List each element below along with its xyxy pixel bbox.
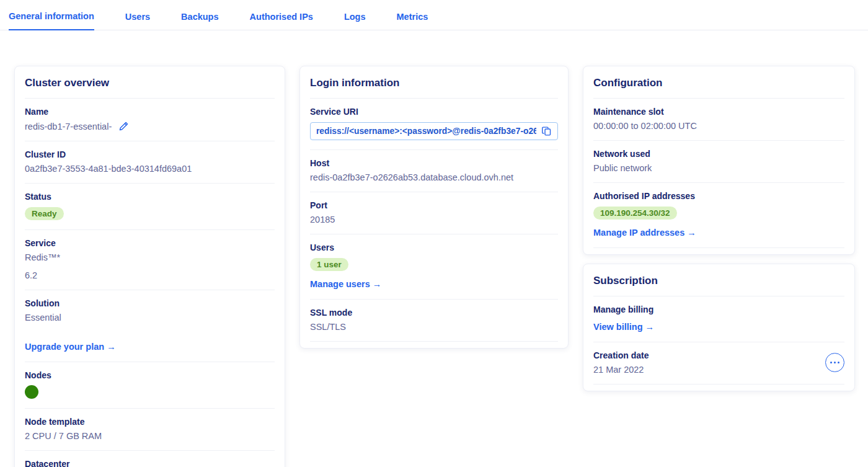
service-uri-box: rediss://<username>:<password>@redis-0a2… (310, 122, 558, 140)
service-uri-value: rediss://<username>:<password>@redis-0a2… (316, 127, 536, 136)
field-datacenter: Datacenter Gravelines (25, 451, 275, 467)
field-authorised-ips: Authorised IP addresses 109.190.254.30/3… (593, 183, 844, 248)
field-creation-date: Creation date 21 Mar 2022 (593, 342, 844, 385)
solution-value: Essential (25, 313, 275, 322)
name-label: Name (25, 107, 275, 117)
solution-label: Solution (25, 298, 275, 308)
service-uri-label: Service URI (310, 107, 558, 117)
cluster-id-value: 0a2fb3e7-3553-4a81-bde3-40314fd69a01 (25, 164, 275, 174)
users-label: Users (310, 242, 558, 252)
manage-billing-label: Manage billing (593, 305, 844, 314)
right-column: Configuration Maintenance slot 00:00:00 … (583, 66, 855, 391)
manage-ip-addresses-link[interactable]: Manage IP addresses → (593, 228, 696, 238)
field-cluster-id: Cluster ID 0a2fb3e7-3553-4a81-bde3-40314… (25, 141, 275, 184)
view-billing-link[interactable]: View billing → (593, 322, 654, 332)
node-template-value: 2 CPU / 7 GB RAM (25, 431, 275, 441)
login-information-title: Login information (310, 66, 558, 99)
service-version-value: 6.2 (25, 270, 275, 280)
tab-authorised-ips[interactable]: Authorised IPs (250, 12, 313, 30)
main-content: Cluster overview Name redis-db1-7-essent… (0, 30, 868, 467)
cluster-overview-title: Cluster overview (25, 66, 275, 99)
field-solution: Solution Essential Upgrade your plan → (25, 290, 275, 362)
login-information-card: Login information Service URI rediss://<… (299, 66, 569, 349)
tab-general-information[interactable]: General information (9, 11, 94, 30)
field-maintenance-slot: Maintenance slot 00:00:00 to 02:00:00 UT… (593, 99, 844, 141)
host-label: Host (310, 158, 558, 168)
field-name: Name redis-db1-7-essential- (25, 99, 275, 141)
tab-metrics[interactable]: Metrics (397, 12, 428, 30)
pencil-icon[interactable] (118, 121, 129, 131)
manage-users-link[interactable]: Manage users → (310, 279, 381, 289)
field-manage-billing: Manage billing View billing → (593, 296, 844, 342)
subscription-title: Subscription (593, 264, 844, 296)
field-nodes: Nodes (25, 362, 275, 409)
status-label: Status (25, 192, 275, 202)
field-users: Users 1 user Manage users → (310, 234, 558, 300)
copy-icon[interactable] (541, 126, 552, 136)
subscription-card: Subscription Manage billing View billing… (583, 264, 855, 391)
authorised-ips-label: Authorised IP addresses (593, 191, 844, 201)
field-service: Service Redis™* 6.2 (25, 230, 275, 290)
configuration-card: Configuration Maintenance slot 00:00:00 … (583, 66, 855, 255)
tab-users[interactable]: Users (125, 12, 150, 30)
field-ssl-mode: SSL mode SSL/TLS (310, 300, 558, 342)
maintenance-slot-value: 00:00:00 to 02:00:00 UTC (593, 121, 844, 131)
cluster-overview-card: Cluster overview Name redis-db1-7-essent… (14, 66, 285, 467)
service-engine-value: Redis™* (25, 252, 275, 262)
datacenter-label: Datacenter (25, 459, 275, 467)
network-used-value: Public network (593, 163, 844, 173)
upgrade-plan-link[interactable]: Upgrade your plan → (25, 342, 116, 352)
network-used-label: Network used (593, 149, 844, 159)
creation-date-label: Creation date (593, 350, 649, 360)
field-host: Host redis-0a2fb3e7-o2626ab53.database.c… (310, 150, 558, 192)
users-count-badge: 1 user (310, 258, 348, 271)
field-service-uri: Service URI rediss://<username>:<passwor… (310, 99, 558, 150)
status-badge: Ready (25, 207, 64, 220)
maintenance-slot-label: Maintenance slot (593, 107, 844, 117)
nodes-label: Nodes (25, 370, 275, 380)
field-network-used: Network used Public network (593, 141, 844, 183)
service-label: Service (25, 238, 275, 248)
authorised-ip-badge: 109.190.254.30/32 (593, 207, 677, 220)
configuration-title: Configuration (593, 66, 844, 99)
ssl-mode-value: SSL/TLS (310, 322, 558, 332)
field-node-template: Node template 2 CPU / 7 GB RAM (25, 409, 275, 451)
port-value: 20185 (310, 215, 558, 225)
name-value: redis-db1-7-essential- (25, 122, 112, 131)
creation-date-value: 21 Mar 2022 (593, 365, 649, 375)
ssl-mode-label: SSL mode (310, 308, 558, 318)
node-status-green-dot-icon (25, 385, 38, 399)
tab-bar: General information Users Backups Author… (0, 0, 868, 30)
node-template-label: Node template (25, 417, 275, 427)
tab-logs[interactable]: Logs (344, 12, 366, 30)
cluster-id-label: Cluster ID (25, 149, 275, 159)
field-port: Port 20185 (310, 192, 558, 234)
port-label: Port (310, 200, 558, 210)
field-status: Status Ready (25, 184, 275, 230)
host-value: redis-0a2fb3e7-o2626ab53.database.cloud.… (310, 172, 558, 182)
tab-backups[interactable]: Backups (181, 12, 218, 30)
ellipsis-icon[interactable] (825, 353, 844, 372)
